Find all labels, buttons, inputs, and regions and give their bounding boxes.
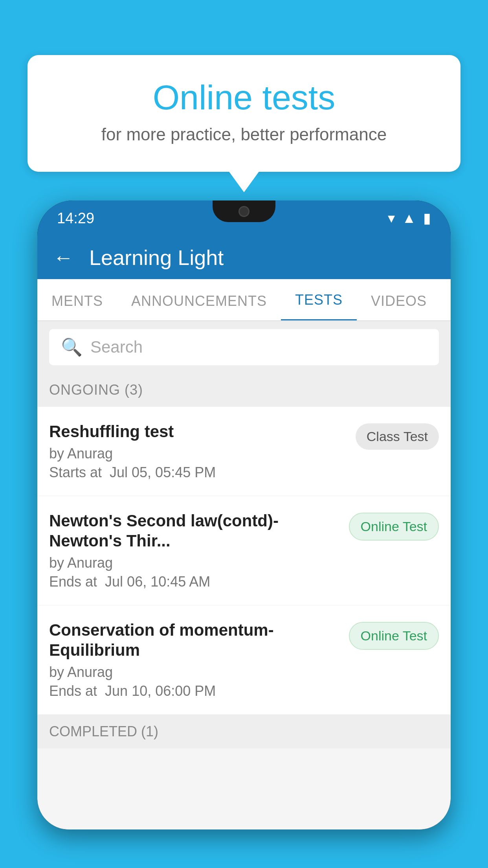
test-badge-1: Class Test: [356, 423, 439, 450]
test-badge-3: Online Test: [349, 622, 439, 650]
completed-section-header: COMPLETED (1): [37, 715, 451, 748]
tab-tests[interactable]: TESTS: [281, 279, 357, 321]
front-camera: [238, 206, 250, 217]
notch: [213, 200, 275, 222]
speech-bubble-title: Online tests: [59, 79, 429, 117]
status-icons: ▾ ▲ ▮: [388, 210, 431, 226]
ongoing-section-header: ONGOING (3): [37, 373, 451, 407]
test-author-3: by Anurag: [49, 664, 341, 680]
ongoing-title: ONGOING (3): [49, 382, 143, 398]
wifi-icon: ▾: [388, 210, 395, 226]
status-bar: 14:29 ▾ ▲ ▮: [37, 200, 451, 236]
speech-bubble: Online tests for more practice, better p…: [28, 55, 460, 172]
test-item-1[interactable]: Reshuffling test by Anurag Starts at Jul…: [37, 407, 451, 496]
search-placeholder: Search: [90, 338, 143, 357]
test-info-3: Conservation of momentum-Equilibrium by …: [49, 620, 349, 699]
speech-bubble-container: Online tests for more practice, better p…: [28, 55, 460, 172]
test-date-3: Ends at Jun 10, 06:00 PM: [49, 683, 341, 699]
search-icon: 🔍: [61, 337, 83, 357]
test-info-2: Newton's Second law(contd)-Newton's Thir…: [49, 511, 349, 590]
back-button[interactable]: ←: [53, 246, 73, 269]
test-info-1: Reshuffling test by Anurag Starts at Jul…: [49, 422, 356, 481]
tabs-bar: MENTS ANNOUNCEMENTS TESTS VIDEOS: [37, 279, 451, 321]
test-item-2[interactable]: Newton's Second law(contd)-Newton's Thir…: [37, 496, 451, 605]
test-badge-2: Online Test: [349, 513, 439, 541]
test-title-2: Newton's Second law(contd)-Newton's Thir…: [49, 511, 341, 551]
test-date-2: Ends at Jul 06, 10:45 AM: [49, 574, 341, 590]
app-header: ← Learning Light: [37, 236, 451, 279]
test-title-3: Conservation of momentum-Equilibrium: [49, 620, 341, 660]
test-item-3[interactable]: Conservation of momentum-Equilibrium by …: [37, 605, 451, 715]
tab-announcements[interactable]: ANNOUNCEMENTS: [117, 280, 281, 320]
test-date-1: Starts at Jul 05, 05:45 PM: [49, 464, 348, 481]
test-author-2: by Anurag: [49, 555, 341, 571]
completed-title: COMPLETED (1): [49, 723, 158, 739]
test-title-1: Reshuffling test: [49, 422, 348, 441]
phone-container: 14:29 ▾ ▲ ▮ ← Learning Light MENTS ANNOU…: [37, 200, 451, 868]
signal-icon: ▲: [402, 210, 416, 226]
status-time: 14:29: [57, 210, 94, 227]
search-container: 🔍 Search: [37, 321, 451, 373]
battery-icon: ▮: [423, 210, 431, 226]
phone-frame: 14:29 ▾ ▲ ▮ ← Learning Light MENTS ANNOU…: [37, 200, 451, 829]
tab-videos[interactable]: VIDEOS: [357, 280, 441, 320]
phone-screen: MENTS ANNOUNCEMENTS TESTS VIDEOS 🔍 Searc…: [37, 279, 451, 829]
speech-bubble-subtitle: for more practice, better performance: [59, 125, 429, 144]
tab-ments[interactable]: MENTS: [37, 280, 117, 320]
search-bar[interactable]: 🔍 Search: [49, 329, 439, 365]
test-list: Reshuffling test by Anurag Starts at Jul…: [37, 407, 451, 715]
app-title: Learning Light: [89, 245, 224, 270]
test-author-1: by Anurag: [49, 445, 348, 462]
